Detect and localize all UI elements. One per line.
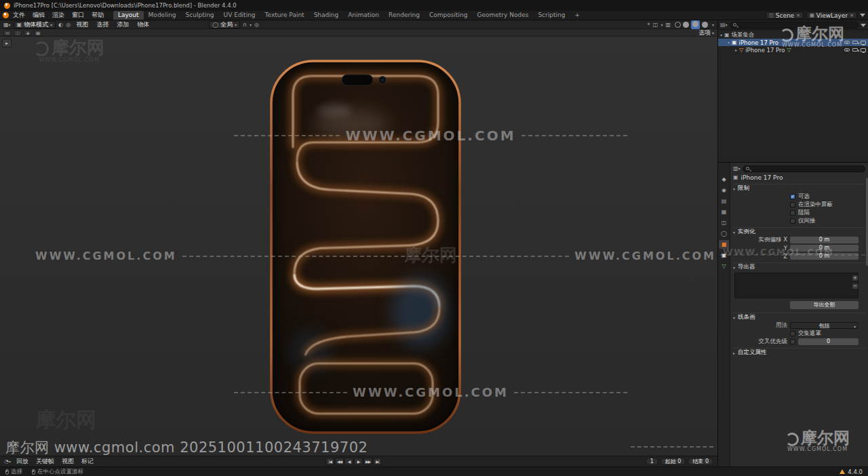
workspace-tab-shading[interactable]: Shading (309, 11, 344, 20)
menu-window[interactable]: 窗口 (68, 11, 87, 20)
outliner-row-scene-collection[interactable]: ▾ ▣ 场景集合 (718, 31, 868, 39)
outliner-filter-icon[interactable] (861, 22, 866, 28)
instance-offset-z-field[interactable]: 0 m (790, 253, 859, 260)
workspace-tab-uv-editing[interactable]: UV Editing (219, 11, 260, 20)
proportional-edit-icon[interactable]: ◎ (254, 22, 259, 28)
workspace-tab-sculpting[interactable]: Sculpting (181, 11, 219, 20)
holdout-checkbox[interactable] (790, 210, 795, 216)
outliner-editor-icon[interactable]: ▤▾ (720, 22, 728, 28)
indirect-only-checkbox[interactable] (790, 218, 795, 224)
scene-selector[interactable]: ◫ Scene ✕ (766, 12, 804, 19)
jump-to-end-button[interactable]: ▶| (373, 458, 382, 465)
jump-to-start-button[interactable]: |◀ (326, 458, 334, 465)
workspace-tab-animation[interactable]: Animation (343, 11, 384, 20)
filter-icon[interactable] (860, 12, 865, 18)
play-reverse-button[interactable]: ◀ (344, 458, 353, 465)
frame-start-field[interactable]: 起始 0 (660, 458, 686, 465)
current-frame-field[interactable]: 1 (646, 458, 658, 465)
render-tab[interactable]: ◉ (719, 186, 729, 195)
object-menu[interactable]: 物体 (134, 20, 152, 29)
next-keyframe-button[interactable]: ▶▶ (363, 458, 372, 465)
toolbar-toggle[interactable]: ▸ (2, 39, 12, 47)
marker-menu[interactable]: 标记 (79, 457, 96, 466)
expand-caret-icon[interactable]: ▸ (735, 47, 737, 52)
keying-menu[interactable]: 关键帧 (34, 457, 56, 466)
selectable-checkbox[interactable] (790, 194, 795, 199)
data-tab[interactable]: ▽ (719, 262, 729, 271)
xray-toggle-icon[interactable]: ▥ (665, 22, 671, 28)
outliner-row-collection[interactable]: ▾ ▣ iPhone 17 Pro (718, 39, 868, 46)
add-menu[interactable]: 添加 (114, 20, 132, 29)
collection-tab[interactable]: ▣ (719, 251, 729, 260)
tool-option-icon[interactable]: ◈ (24, 30, 32, 36)
shading-wireframe-button[interactable] (675, 22, 681, 28)
shading-dropdown-icon[interactable]: ▾ (712, 22, 714, 27)
workspace-tab-scripting[interactable]: Scripting (533, 11, 570, 20)
tool-option-icon[interactable]: ▤ (34, 30, 42, 36)
workspace-tab-layout[interactable]: Layout (113, 11, 144, 20)
workspace-tab-modeling[interactable]: Modeling (144, 11, 181, 20)
workspace-tab-geometry-nodes[interactable]: Geometry Nodes (472, 11, 533, 20)
object-tab[interactable]: ■ (719, 240, 729, 249)
timeline-editor-icon[interactable]: ◔▾ (4, 458, 11, 464)
viewlayer-remove-icon[interactable]: ✕ (850, 13, 854, 18)
intersection-mask-checkbox[interactable] (790, 331, 795, 336)
section-restrictions[interactable]: ▾ 限制 (733, 184, 865, 193)
outliner-row-object[interactable]: ▸ ▽ iPhone 17 Pro ▽ (718, 46, 868, 54)
section-instancing[interactable]: ▾ 实例化 (733, 227, 865, 236)
blender-menu-icon[interactable] (3, 12, 9, 18)
workspace-tab-compositing[interactable]: Compositing (425, 11, 472, 20)
play-button[interactable]: ▶ (354, 458, 363, 465)
hide-in-viewport-icon[interactable] (844, 48, 850, 52)
intersection-priority-checkbox[interactable] (790, 339, 795, 344)
properties-search-input[interactable] (743, 165, 865, 172)
mode-dropdown[interactable]: ▣ 物体模式 ▾ (14, 21, 56, 28)
menu-edit[interactable]: 编辑 (29, 11, 48, 20)
scene-tab[interactable]: ◫ (719, 218, 729, 227)
remove-exporter-button[interactable]: − (852, 283, 859, 290)
tool-tab[interactable]: ◆ (719, 175, 729, 184)
shading-rendered-button[interactable] (702, 22, 708, 28)
world-tab[interactable]: ◯ (719, 229, 729, 238)
workspace-tab-add[interactable]: + (570, 11, 585, 20)
viewlayer-tab[interactable]: ▦ (719, 207, 729, 216)
add-exporter-button[interactable]: + (852, 275, 859, 281)
intersection-priority-field[interactable]: 0 (798, 338, 859, 345)
timeline-view-menu[interactable]: 视图 (60, 457, 76, 466)
gizmo-toggle-icon[interactable]: ⌖ (647, 21, 650, 28)
disable-in-render-icon[interactable] (852, 48, 858, 52)
prev-keyframe-button[interactable]: ◀◀ (335, 458, 344, 465)
snap-dropdown-icon[interactable]: ▾ (250, 22, 252, 27)
active-tool-icon[interactable]: ▭ (3, 30, 12, 36)
section-exporters[interactable]: ▾ 导出器 (733, 262, 865, 271)
section-lineart[interactable]: ▾ 线条画 (733, 313, 865, 321)
playback-menu[interactable]: 回放 (14, 457, 31, 466)
orientation-dropdown[interactable]: ◯ 全局 ▾ (209, 21, 240, 28)
disable-render-checkbox[interactable] (790, 202, 795, 207)
menu-help[interactable]: 帮助 (88, 11, 107, 20)
export-all-button[interactable]: 导出全部 (790, 301, 859, 309)
overlays-toggle-icon[interactable]: ◫ (653, 22, 658, 28)
disable-in-viewport-icon[interactable] (861, 41, 866, 45)
lineart-usage-dropdown[interactable]: 包括 (790, 322, 859, 329)
instance-offset-y-field[interactable]: 0 m (790, 245, 859, 252)
scene-unlink-icon[interactable]: ✕ (796, 13, 800, 18)
output-tab[interactable]: ▤ (719, 197, 729, 205)
frame-end-field[interactable]: 结束 0 (688, 458, 713, 465)
disable-in-render-icon[interactable] (852, 41, 858, 44)
shading-solid-button[interactable] (683, 22, 689, 28)
hide-in-viewport-icon[interactable] (844, 41, 850, 44)
outliner-search-input[interactable] (730, 22, 859, 28)
workspace-tab-rendering[interactable]: Rendering (384, 11, 425, 20)
warning-icon[interactable] (840, 469, 845, 474)
tool-settings-icon[interactable]: ◐ (58, 22, 63, 28)
workspace-tab-texture-paint[interactable]: Texture Paint (260, 11, 309, 20)
menu-file[interactable]: 文件 (9, 11, 28, 20)
menu-render[interactable]: 渲染 (49, 11, 68, 20)
expand-caret-icon[interactable]: ▾ (728, 40, 730, 45)
expand-caret-icon[interactable]: ▾ (720, 33, 722, 37)
properties-editor-icon[interactable]: ▥▾ (733, 165, 741, 172)
section-custom-properties[interactable]: ▸ 自定义属性 (733, 348, 865, 357)
pivot-icon[interactable]: ◎ (66, 22, 71, 28)
tool-option-icon[interactable]: ◌ (14, 30, 22, 36)
